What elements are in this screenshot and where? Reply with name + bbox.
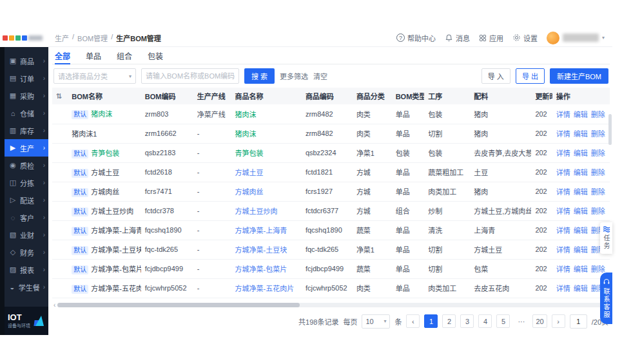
edit-link[interactable]: 编辑 [574, 246, 588, 254]
tab-combo[interactable]: 组合 [117, 47, 132, 64]
product-name-link[interactable]: 方城净菜-上海青 [235, 227, 287, 235]
product-name-link[interactable]: 方城净菜-土豆块 [235, 246, 287, 254]
detail-link[interactable]: 详情 [556, 149, 570, 157]
detail-link[interactable]: 详情 [556, 265, 570, 273]
table-row[interactable]: 默认方城净菜-土豆块fqc-tdk265-方城净菜-土豆块fqc-tdk265净… [52, 240, 610, 259]
category-select[interactable]: 请选择商品分类 ▾ [53, 68, 136, 84]
product-name-link[interactable]: 青笋包装 [235, 149, 263, 157]
detail-link[interactable]: 详情 [556, 285, 570, 292]
edit-link[interactable]: 编辑 [574, 130, 588, 138]
column-settings-icon[interactable]: ⇅ [56, 92, 62, 100]
page-jump-input[interactable] [570, 314, 587, 329]
search-button[interactable]: 搜 索 [244, 68, 275, 84]
delete-link[interactable]: 删除 [591, 265, 605, 273]
product-name-link[interactable]: 方城净菜-五花肉片 [235, 285, 294, 292]
settings-button[interactable]: 设置 [512, 33, 538, 43]
prev-page-button[interactable]: ‹ [406, 314, 420, 328]
clear-filters-link[interactable]: 清空 [313, 71, 327, 81]
table-row[interactable]: 猪肉沫1zrm16662-猪肉沫zrm8482肉类单品切割猪肉202详情编辑删除 [52, 124, 610, 143]
sidebar-item-sorting[interactable]: ◫分拣› [5, 174, 48, 191]
bom-name-link[interactable]: 方城肉丝 [91, 188, 119, 196]
edit-link[interactable]: 编辑 [574, 265, 588, 273]
edit-link[interactable]: 编辑 [574, 285, 588, 292]
bom-name-link[interactable]: 猪肉沫1 [72, 130, 97, 138]
sidebar-item-business-finance[interactable]: ▧业财› [5, 226, 48, 244]
breadcrumb-item[interactable]: BOM管理 [77, 33, 108, 43]
sidebar-item-student-meals[interactable]: ◒学生餐› [5, 278, 48, 296]
user-menu[interactable]: ▾ [547, 32, 605, 44]
keyword-input[interactable] [141, 68, 239, 84]
bom-name-link[interactable]: 青笋包装 [91, 149, 119, 157]
apps-button[interactable]: 应用 [479, 33, 503, 43]
edit-link[interactable]: 编辑 [574, 169, 588, 177]
sidebar-item-warehouse[interactable]: ⌂仓储› [5, 104, 48, 122]
detail-link[interactable]: 详情 [556, 227, 570, 235]
page-button-3[interactable]: 3 [460, 314, 474, 328]
tab-all[interactable]: 全部 [55, 47, 70, 64]
detail-link[interactable]: 详情 [556, 246, 570, 254]
bom-name-link[interactable]: 方城净菜-包菜片 [91, 265, 141, 273]
edit-link[interactable]: 编辑 [574, 227, 588, 235]
delete-link[interactable]: 删除 [591, 130, 605, 138]
product-name-link[interactable]: 方城净菜-包菜片 [235, 265, 287, 273]
scroll-left-icon[interactable]: ‹ [53, 302, 55, 309]
delete-link[interactable]: 删除 [591, 111, 605, 119]
edit-link[interactable]: 编辑 [574, 149, 588, 157]
sidebar-item-customers[interactable]: ◌客户› [5, 209, 48, 226]
breadcrumb-item[interactable]: 生产 [55, 33, 69, 43]
product-name-link[interactable]: 方城土豆炒肉 [235, 207, 277, 215]
product-name-link[interactable]: 猪肉沫 [235, 111, 256, 119]
import-button[interactable]: 导 入 [481, 68, 510, 84]
more-filters-link[interactable]: 更多筛选 [280, 71, 308, 81]
bom-name-link[interactable]: 方城土豆 [91, 169, 119, 177]
sidebar-item-production[interactable]: ▶生产› [5, 139, 48, 157]
table-row[interactable]: 默认方城净菜-五花肉片fcjcwhrp5052-方城净菜-五花肉片fcjcwhr… [52, 278, 610, 298]
sidebar-item-reports[interactable]: ▨报表› [5, 261, 48, 278]
detail-link[interactable]: 详情 [556, 169, 570, 177]
contact-service-floating-button[interactable]: 联系客服 [600, 273, 612, 324]
table-row[interactable]: 默认方城净菜-上海青fqcshq1890-方城净菜-上海青fqcshq1890蔬… [52, 220, 610, 240]
page-button-4[interactable]: 4 [478, 314, 492, 328]
bom-name-link[interactable]: 方城净菜-土豆块 [91, 246, 141, 254]
sidebar-item-inventory[interactable]: ▥库存› [5, 122, 48, 139]
vertical-scrollbar-thumb[interactable] [608, 114, 612, 145]
table-row[interactable]: 默认方城净菜-包菜片fcjdbcp9499-方城净菜-包菜片fcjdbcp949… [52, 259, 610, 278]
sidebar-item-quality[interactable]: ◉质检› [5, 157, 48, 174]
page-button-20[interactable]: 20 [532, 314, 547, 328]
sidebar-item-goods[interactable]: ▣商品› [5, 52, 48, 70]
edit-link[interactable]: 编辑 [574, 188, 588, 196]
table-row[interactable]: 默认方城土豆fctd2618-方城土豆fctd1821方城单品蔬菜粗加工土豆20… [52, 162, 610, 182]
table-row[interactable]: 默认方城肉丝fcrs7471-方城肉丝fcrs1927方城单品肉类加工猪肉202… [52, 182, 610, 201]
sidebar-item-purchase[interactable]: ▦采购› [5, 87, 48, 104]
sidebar-item-orders[interactable]: ▤订单› [5, 70, 48, 87]
sidebar-item-delivery[interactable]: ▷配送› [5, 191, 48, 209]
page-button-1[interactable]: 1 [424, 314, 438, 328]
detail-link[interactable]: 详情 [556, 207, 570, 215]
delete-link[interactable]: 删除 [591, 169, 605, 177]
bom-name-link[interactable]: 方城净菜-上海青 [91, 227, 141, 235]
messages-button[interactable]: 消息 [445, 33, 470, 43]
product-name-link[interactable]: 方城肉丝 [235, 188, 263, 196]
delete-link[interactable]: 删除 [591, 149, 605, 157]
tab-single[interactable]: 单品 [86, 47, 101, 64]
product-name-link[interactable]: 方城土豆 [235, 169, 263, 177]
delete-link[interactable]: 删除 [591, 207, 605, 215]
next-page-button[interactable]: › [552, 314, 565, 328]
product-name-link[interactable]: 猪肉沫 [235, 130, 256, 138]
help-center-button[interactable]: ? 帮助中心 [396, 33, 436, 43]
horizontal-scrollbar-thumb[interactable] [57, 303, 300, 307]
delete-link[interactable]: 删除 [591, 188, 605, 196]
sidebar-item-finance[interactable]: ◇财务› [5, 244, 48, 261]
table-row[interactable]: 默认青笋包装qsbz2183-青笋包装qsbz2324净菜1包装包装去皮青笋,去… [52, 143, 610, 162]
task-floating-button[interactable]: 任务 [600, 222, 612, 254]
bom-name-link[interactable]: 方城土豆炒肉 [91, 207, 133, 215]
table-row[interactable]: 默认猪肉沫zrm803净菜产线猪肉沫zrm8482肉类单品包装猪肉202详情编辑… [52, 104, 610, 124]
bom-name-link[interactable]: 猪肉沫 [91, 110, 112, 118]
page-button-5[interactable]: 5 [496, 314, 510, 328]
per-page-select[interactable]: 10 ▾ [362, 314, 390, 329]
detail-link[interactable]: 详情 [556, 130, 570, 138]
detail-link[interactable]: 详情 [556, 111, 570, 119]
page-button-2[interactable]: 2 [442, 314, 456, 328]
create-bom-button[interactable]: 新建生产BOM [550, 68, 608, 84]
horizontal-scrollbar[interactable] [57, 303, 608, 307]
